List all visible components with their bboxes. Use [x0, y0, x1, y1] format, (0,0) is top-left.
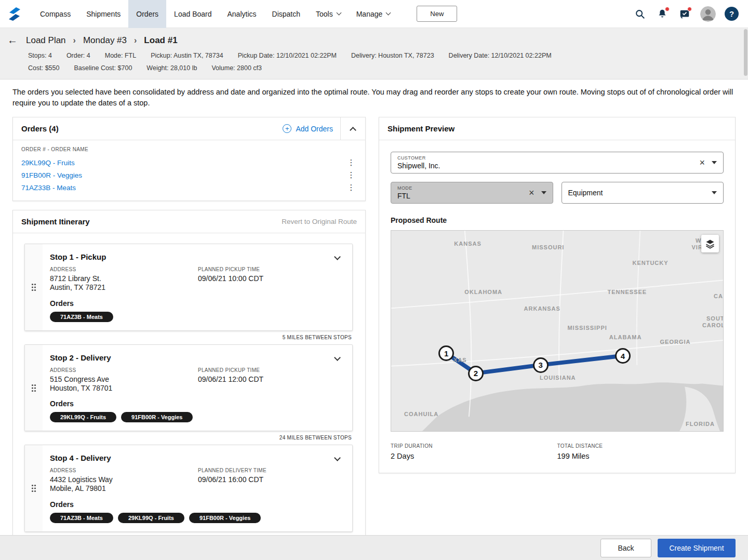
order-pill: 91FB00R - Veggies: [189, 513, 261, 523]
caret-down-icon[interactable]: [541, 191, 546, 194]
map-state-label: KANSAS: [454, 241, 481, 247]
revert-route-button[interactable]: Revert to Original Route: [282, 218, 357, 225]
order-link-71AZ33B[interactable]: 71AZ33B - Meats: [21, 184, 76, 192]
nav-manage[interactable]: Manage: [349, 0, 398, 28]
map-state-label: CA: [714, 293, 723, 299]
address-label: ADDRESS: [50, 468, 198, 473]
breadcrumb-load-plan[interactable]: Load Plan: [26, 35, 66, 46]
kebab-menu-icon[interactable]: ⋮: [345, 183, 357, 192]
breadcrumb-separator-icon: ›: [73, 36, 76, 45]
clear-customer-icon[interactable]: ×: [699, 158, 705, 167]
search-icon[interactable]: [633, 7, 647, 21]
stop-card-1: Stop 1 - Pickup ADDRESS 8712 Library St.…: [24, 244, 353, 331]
route-stats: TRIP DURATION 2 Days TOTAL DISTANCE 199 …: [391, 443, 724, 460]
add-orders-label: Add Orders: [296, 125, 333, 133]
back-button[interactable]: Back: [600, 539, 651, 557]
caret-down-icon[interactable]: [712, 161, 717, 164]
route-stop-marker-3: 3: [533, 357, 549, 373]
nav-tools[interactable]: Tools: [308, 0, 349, 28]
summary-order-count: Order: 4: [66, 52, 90, 59]
map-state-label: XAS: [453, 357, 467, 363]
drag-handle-icon[interactable]: [25, 244, 43, 330]
route-stop-marker-4: 4: [615, 348, 631, 364]
summary-pickup-date: Pickup Date: 12/10/2021 02:22PM: [238, 52, 337, 59]
back-arrow-icon[interactable]: ←: [7, 34, 18, 46]
collapse-orders-button[interactable]: [340, 117, 365, 140]
caret-down-icon[interactable]: [712, 191, 717, 194]
map-layers-button[interactable]: [701, 235, 719, 252]
new-button[interactable]: New: [417, 6, 457, 22]
mode-label: MODE: [397, 185, 546, 191]
nav-analytics[interactable]: Analytics: [220, 0, 264, 28]
scrollbar-thumb[interactable]: [744, 29, 747, 76]
map-state-label: MISSOURI: [532, 244, 564, 250]
shipwell-logo-icon[interactable]: [6, 6, 24, 22]
add-orders-button[interactable]: + Add Orders: [283, 124, 333, 133]
mode-select[interactable]: MODE FTL ×: [391, 182, 553, 204]
address-line: Houston, TX 78701: [50, 384, 198, 393]
map-state-label: OKLAHOMA: [464, 289, 502, 295]
kebab-menu-icon[interactable]: ⋮: [345, 170, 357, 180]
stop-card-4: Stop 4 - Delivery ADDRESS 4432 Logistics…: [24, 445, 353, 532]
equipment-placeholder: Equipment: [568, 189, 717, 197]
nav-orders[interactable]: Orders: [128, 0, 166, 28]
nav-compass[interactable]: Compass: [32, 0, 78, 28]
address-line: Austin, TX 78721: [50, 283, 198, 292]
order-row: 71AZ33B - Meats ⋮: [21, 181, 357, 194]
distance-between-stops: 24 MILES BETWEEN STOPS: [24, 431, 353, 445]
messages-icon[interactable]: [678, 7, 691, 21]
notification-badge: [665, 7, 670, 11]
clear-mode-icon[interactable]: ×: [529, 188, 535, 197]
drag-handle-icon[interactable]: [25, 445, 43, 531]
stops-list: Stop 1 - Pickup ADDRESS 8712 Library St.…: [13, 233, 365, 541]
breadcrumb-load-1: Load #1: [144, 35, 177, 46]
summary-weight: Weight: 28,010 lb: [146, 64, 197, 72]
planned-time-label: PLANNED PICKUP TIME: [198, 367, 263, 373]
summary-stops: Stops: 4: [28, 52, 52, 59]
app-root: Compass Shipments Orders Load Board Anal…: [0, 0, 748, 542]
stop-title: Stop 2 - Delivery: [50, 353, 111, 362]
map-state-label: SOUTH: [706, 315, 724, 322]
stop-title: Stop 4 - Delivery: [50, 454, 111, 462]
stop-orders-label: Orders: [50, 299, 343, 308]
chevron-down-icon[interactable]: [332, 452, 343, 464]
mode-value: FTL: [397, 192, 546, 200]
messages-badge: [687, 7, 692, 11]
chevron-down-icon[interactable]: [332, 352, 343, 364]
orders-panel-title: Orders (4): [21, 124, 59, 133]
chevron-down-icon[interactable]: [332, 251, 343, 263]
map-state-label: GEORGIA: [660, 339, 690, 345]
kebab-menu-icon[interactable]: ⋮: [345, 158, 357, 167]
nav-dispatch[interactable]: Dispatch: [264, 0, 308, 28]
stop-body: Stop 1 - Pickup ADDRESS 8712 Library St.…: [43, 244, 352, 330]
drag-handle-icon[interactable]: [25, 345, 43, 431]
order-link-29KL99Q[interactable]: 29KL99Q - Fruits: [21, 159, 75, 167]
itinerary-panel-title: Shipment Itinerary: [21, 217, 90, 226]
load-summary-row-1: Stops: 4 Order: 4 Mode: FTL Pickup: Aust…: [7, 52, 736, 59]
main-content: Orders (4) + Add Orders ORDER # - ORDER …: [0, 108, 748, 542]
map-canvas: [391, 231, 723, 431]
shipment-preview-panel: Shipment Preview CUSTOMER Shipwell, Inc.…: [379, 117, 736, 473]
load-summary-row-2: Cost: $550 Baseline Cost: $700 Weight: 2…: [7, 64, 736, 72]
nav-shipments[interactable]: Shipments: [78, 0, 128, 28]
route-map[interactable]: KANSAS MISSOURI W VIR KENTUCKY OKLAHOMA …: [391, 230, 724, 432]
planned-time-label: PLANNED PICKUP TIME: [198, 266, 263, 272]
top-nav: Compass Shipments Orders Load Board Anal…: [0, 0, 748, 28]
total-distance-label: TOTAL DISTANCE: [557, 443, 724, 449]
stop-body: Stop 4 - Delivery ADDRESS 4432 Logistics…: [43, 445, 352, 531]
planned-time-value: 09/06/21 16:00 CDT: [198, 475, 266, 484]
main-nav: Compass Shipments Orders Load Board Anal…: [32, 0, 398, 28]
user-avatar[interactable]: [700, 6, 716, 22]
breadcrumb-monday-3[interactable]: Monday #3: [83, 35, 127, 46]
help-icon[interactable]: ?: [725, 7, 739, 21]
notifications-bell-icon[interactable]: [656, 7, 669, 21]
customer-select[interactable]: CUSTOMER Shipwell, Inc. ×: [391, 152, 724, 174]
order-link-91FB00R[interactable]: 91FB00R - Veggies: [21, 171, 82, 179]
orders-panel: Orders (4) + Add Orders ORDER # - ORDER …: [12, 117, 366, 201]
equipment-select[interactable]: Equipment: [562, 182, 724, 204]
create-shipment-button[interactable]: Create Shipment: [658, 539, 736, 557]
chevron-down-icon: [336, 10, 341, 16]
nav-load-board[interactable]: Load Board: [166, 0, 219, 28]
address-line: 8712 Library St.: [50, 274, 198, 283]
stop-orders-label: Orders: [50, 399, 343, 408]
